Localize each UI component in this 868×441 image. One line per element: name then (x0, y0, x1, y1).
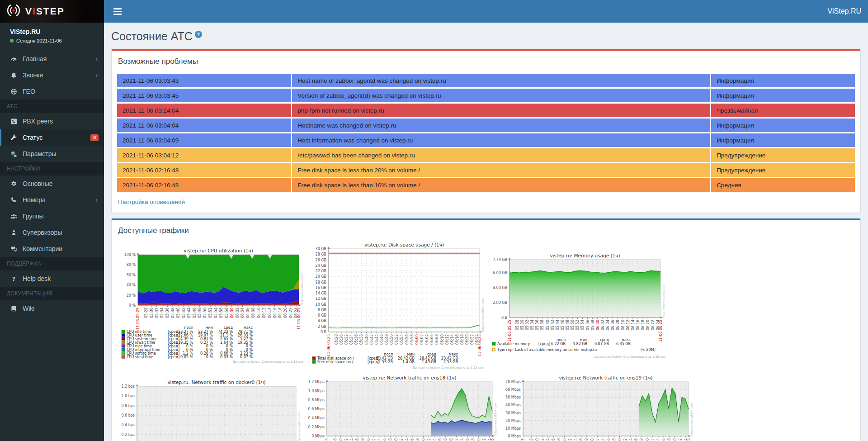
svg-text:Free disk space on /: Free disk space on / (317, 360, 354, 364)
svg-text:посл: посл (557, 338, 566, 342)
svg-text:сред: сред (427, 352, 436, 356)
svg-text:06:04: 06:04 (433, 438, 437, 441)
sidebar-item-wiki[interactable]: Wiki (0, 300, 104, 317)
svg-text:06:18: 06:18 (278, 308, 282, 318)
sidebar-item-комментарии[interactable]: Комментарии (0, 241, 104, 257)
svg-text:0.4 Mbps: 0.4 Mbps (308, 416, 325, 420)
svg-text:05:54: 05:54 (580, 320, 585, 330)
svg-text:05:56: 05:56 (219, 308, 223, 318)
svg-text:4 GB: 4 GB (318, 319, 326, 323)
svg-text:05:34: 05:34 (160, 308, 164, 318)
nav-section-header: ДОКУМЕНТАЦИЯ (0, 287, 104, 300)
svg-text:06:06: 06:06 (611, 320, 615, 330)
sidebar-item-номера[interactable]: Номера‹ (0, 192, 104, 208)
svg-text:06:22: 06:22 (679, 438, 683, 441)
svg-text:1.0 bps: 1.0 bps (121, 394, 135, 398)
svg-text:28 GB: 28 GB (316, 252, 326, 256)
chevron-left-icon: ‹ (95, 55, 98, 62)
sidebar-item-help-desk[interactable]: ?Help desk (0, 270, 104, 287)
user-panel: ViStep.RU Сегодня 2021-11-06 (0, 23, 104, 48)
sidebar-item-label: Звонки (23, 71, 43, 79)
svg-text:11-06 06:25: 11-06 06:25 (687, 438, 691, 441)
svg-text:05:30: 05:30 (535, 438, 539, 441)
sidebar-item-гео[interactable]: ГЕО (0, 83, 104, 100)
sidebar-item-pbx-peers[interactable]: PBX peers (0, 113, 104, 129)
problem-severity: Информация (710, 89, 855, 102)
zabbix-graph-mem[interactable]: vistep.ru: Memory usage (1ч)7.79 GB6.00 … (488, 252, 668, 361)
problem-row: 2021-11-06 03:03:45Version of zabbix_age… (117, 89, 855, 102)
svg-text:06:06: 06:06 (430, 334, 434, 345)
page-title: Состояние АТС? (111, 30, 861, 43)
svg-text:6.07 GB: 6.07 GB (594, 342, 609, 346)
sidebar-item-label: Номера (23, 196, 46, 204)
svg-text:05:34: 05:34 (350, 438, 354, 441)
sidebar-item-супервизоры[interactable]: Супервизоры (0, 224, 104, 241)
svg-text:05:40: 05:40 (367, 438, 371, 441)
svg-text:06:14: 06:14 (656, 438, 660, 441)
svg-text:06:14: 06:14 (460, 438, 464, 441)
svg-text:06:22: 06:22 (651, 320, 655, 330)
svg-text:06:02: 06:02 (420, 334, 424, 345)
sidebar-item-параметры[interactable]: Параметры (0, 146, 104, 162)
svg-text:11-06 05:25: 11-06 05:25 (521, 438, 525, 441)
svg-text:06:08: 06:08 (435, 334, 439, 345)
svg-text:7.79 GB: 7.79 GB (493, 258, 507, 262)
svg-text:10 GB: 10 GB (316, 303, 326, 307)
zabbix-graph-ens18[interactable]: vistep.ru: Network traffic on ens18 (1ч)… (305, 375, 500, 441)
svg-text:06:18: 06:18 (460, 334, 464, 345)
svg-text:мин: мин (407, 352, 415, 356)
svg-text:05:42: 05:42 (568, 438, 572, 441)
svg-text:11-06 05:25: 11-06 05:25 (327, 334, 331, 356)
charts-grid: vistep.ru: CPU utilization (1ч)100 %80 %… (117, 242, 855, 441)
sidebar-item-основные[interactable]: Основные (0, 175, 104, 192)
svg-text:2.53 GB: 2.53 GB (443, 360, 458, 364)
svg-text:05:50: 05:50 (590, 438, 594, 441)
logo[interactable]: VISTEP (0, 0, 104, 23)
zabbix-graph-cpu[interactable]: vistep.ru: CPU utilization (1ч)100 %80 %… (117, 247, 306, 366)
sidebar-toggle-button[interactable] (111, 5, 124, 18)
svg-text:05:30: 05:30 (339, 438, 343, 441)
svg-text:06:16: 06:16 (662, 438, 666, 441)
problem-message: /etc/passwd has been changed on vistep.r… (291, 148, 710, 162)
svg-text:CPU steal time: CPU steal time (127, 355, 153, 359)
sidebar-item-звонки[interactable]: Звонки‹ (0, 67, 104, 83)
svg-text:http://www.zabbix.com: http://www.zabbix.com (300, 271, 304, 305)
alerts-settings-link[interactable]: Настройка оповещений (118, 199, 185, 205)
svg-text:05:52: 05:52 (395, 334, 399, 345)
svg-text:06:12: 06:12 (626, 320, 630, 330)
svg-text:05:48: 05:48 (385, 334, 389, 345)
svg-text:сред: сред (224, 326, 233, 330)
svg-text:11-06 05:25: 11-06 05:25 (325, 438, 329, 441)
svg-text:18 GB: 18 GB (316, 280, 326, 285)
graphs-panel: Доступные графики vistep.ru: CPU utiliza… (111, 218, 861, 441)
zabbix-graph-docker[interactable]: vistep.ru: Network traffic on docker0 (1… (117, 379, 303, 441)
svg-text:сред: сред (600, 338, 609, 342)
svg-text:05:44: 05:44 (574, 438, 578, 441)
svg-text:06:08: 06:08 (251, 308, 255, 318)
svg-text:06:02: 06:02 (601, 320, 605, 330)
sidebar-item-главная[interactable]: Главная‹ (0, 51, 104, 67)
sidebar-item-label: Help desk (23, 275, 51, 282)
svg-text:1.0 Mbps: 1.0 Mbps (308, 389, 325, 393)
svg-text:0.6 bps: 0.6 bps (121, 413, 135, 417)
help-icon[interactable]: ? (195, 31, 202, 38)
svg-text:06:02: 06:02 (427, 438, 431, 441)
sidebar-item-группы[interactable]: Группы (0, 208, 104, 224)
svg-text:05:54: 05:54 (601, 438, 605, 441)
zabbix-graph-disk[interactable]: vistep.ru: Disk space usage / (1ч)30 GB2… (308, 242, 486, 372)
svg-text:06:20: 06:20 (283, 308, 288, 318)
svg-text:05:30: 05:30 (150, 308, 154, 318)
sidebar-item-статус[interactable]: Статус8 (0, 129, 104, 146)
problem-row: 2021-11-06 02:16:48Free disk space is le… (117, 178, 855, 192)
problem-message: Host name of zabbix_agentd was changed o… (291, 74, 710, 87)
sidebar-nav: Главная‹Звонки‹ГЕОАТСPBX peersСтатус8Пар… (0, 51, 104, 317)
svg-text:05:32: 05:32 (344, 334, 349, 345)
zabbix-graph-ens19[interactable]: vistep.ru: Network traffic on ens19 (1ч)… (501, 375, 696, 441)
svg-text:05:40: 05:40 (563, 438, 567, 441)
svg-text:05:44: 05:44 (375, 334, 379, 345)
svg-text:05:58: 05:58 (612, 438, 616, 441)
svg-text:06:00: 06:00 (596, 320, 600, 330)
svg-text:05:34: 05:34 (349, 334, 354, 345)
svg-text:vistep.ru: Network traffic on: vistep.ru: Network traffic on ens18 (1ч) (363, 375, 456, 380)
navbar-brand-link[interactable]: ViStep.RU (828, 7, 861, 15)
